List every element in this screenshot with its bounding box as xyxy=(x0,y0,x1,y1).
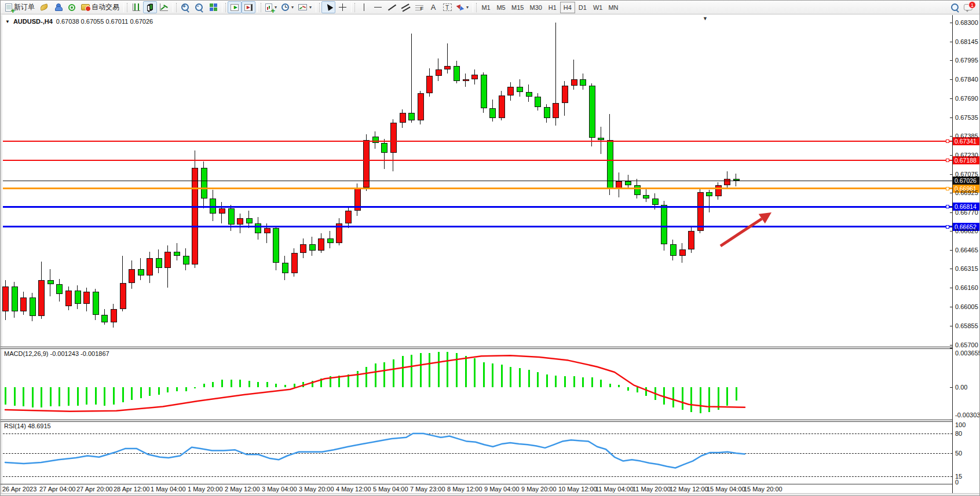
macd-panel-splitter[interactable] xyxy=(1,347,952,349)
line-handle[interactable] xyxy=(946,159,949,162)
rsi-panel-splitter[interactable] xyxy=(1,420,952,422)
macd-histogram-bar xyxy=(700,387,701,413)
auto-scroll-button[interactable] xyxy=(228,1,242,13)
crosshair-button[interactable] xyxy=(335,1,349,13)
macd-histogram-bar xyxy=(231,380,232,387)
chevron-down-icon[interactable]: ▼ xyxy=(5,19,10,24)
candle xyxy=(255,223,261,233)
chart-shift-marker[interactable]: ▼ xyxy=(703,16,708,21)
templates-button[interactable]: ▾ xyxy=(296,1,314,13)
price-axis[interactable] xyxy=(952,15,953,493)
price-tick-label: 0.67385 xyxy=(955,133,978,139)
macd-histogram-bar xyxy=(131,387,133,400)
axis-tick xyxy=(950,155,952,156)
candle xyxy=(544,107,550,118)
candle xyxy=(400,113,406,123)
candle xyxy=(607,140,613,189)
arrows-button[interactable]: ▾ xyxy=(454,1,471,13)
macd-histogram-bar xyxy=(420,353,422,387)
new-order-button[interactable]: 新订单 xyxy=(3,1,37,13)
timeframe-m1-button[interactable]: M1 xyxy=(478,2,493,13)
horizontal-line-object[interactable] xyxy=(3,141,952,142)
horizontal-line-object[interactable] xyxy=(3,188,952,189)
styler-button[interactable] xyxy=(37,1,51,13)
horizontal-line-object[interactable] xyxy=(3,226,952,227)
time-tick-label: 10 May 12:00 xyxy=(558,486,597,493)
horizontal-scroll-strip[interactable] xyxy=(1,493,980,496)
timeframe-mn-button[interactable]: MN xyxy=(605,2,621,13)
signals-button[interactable] xyxy=(65,1,79,13)
candle xyxy=(273,228,279,263)
candle xyxy=(562,86,568,103)
cursor-button[interactable] xyxy=(321,1,335,13)
price-tick-label: 0.67840 xyxy=(955,76,978,83)
channel-icon xyxy=(401,3,409,12)
fibonacci-button[interactable] xyxy=(412,1,426,13)
price-tick-label: 0.66925 xyxy=(955,189,978,196)
timeframe-m15-button[interactable]: M15 xyxy=(509,2,526,13)
line-handle[interactable] xyxy=(946,187,949,190)
autotrade-button-label: 自动交易 xyxy=(92,2,119,12)
chevron-down-icon: ▾ xyxy=(309,5,312,10)
channel-button[interactable] xyxy=(398,1,412,13)
macd-histogram-bar xyxy=(266,382,268,387)
horizontal-line-icon xyxy=(374,7,382,8)
bar-chart-button[interactable] xyxy=(129,1,143,13)
macd-histogram-bar xyxy=(257,382,259,387)
zoom-out-button[interactable]: - xyxy=(192,1,206,13)
horizontal-line-object[interactable] xyxy=(3,206,952,208)
timeframe-h1-button[interactable]: H1 xyxy=(545,2,560,13)
chart-shift-button[interactable] xyxy=(242,1,255,13)
line-handle[interactable] xyxy=(946,225,949,229)
candle xyxy=(535,97,541,106)
candle xyxy=(679,249,686,256)
current-price-line xyxy=(3,181,952,181)
candle xyxy=(471,75,478,80)
timeframe-m5-button[interactable]: M5 xyxy=(493,2,509,13)
tile-windows-button[interactable] xyxy=(206,1,220,13)
candle xyxy=(454,66,460,81)
new-order-button-label: 新订单 xyxy=(14,2,35,12)
line-chart-button[interactable] xyxy=(157,1,171,13)
axis-tick xyxy=(950,23,952,23)
candle xyxy=(489,108,496,118)
candle xyxy=(580,79,586,86)
notifications-icon[interactable]: 1 xyxy=(964,4,972,10)
axis-tick xyxy=(950,98,952,99)
indicators-button[interactable]: ▾ xyxy=(263,1,279,13)
macd-histogram-bar xyxy=(690,387,692,412)
axis-tick xyxy=(950,193,952,193)
macd-histogram-bar xyxy=(77,387,79,406)
price-tick-label: 0.66160 xyxy=(955,284,978,291)
rsi-tick-label: 100 xyxy=(955,421,966,428)
candle xyxy=(219,208,225,214)
main-toolbar: 新订单自动交易+-▾▾▾▾M1M5M15M30H1H4D1W1MN1 xyxy=(1,1,980,14)
timeframe-d1-button[interactable]: D1 xyxy=(575,2,590,13)
timeframe-m30-button[interactable]: M30 xyxy=(526,2,544,13)
search-icon[interactable] xyxy=(951,3,959,12)
timeframe-w1-button[interactable]: W1 xyxy=(590,2,606,13)
vertical-line-button[interactable] xyxy=(357,1,371,13)
line-handle[interactable] xyxy=(946,205,949,208)
text-label-icon xyxy=(443,3,452,11)
publisher-button[interactable] xyxy=(51,1,65,13)
autotrade-button[interactable]: 自动交易 xyxy=(79,1,122,13)
time-tick-label: 5 May 04:00 xyxy=(373,486,408,493)
macd-histogram-bar xyxy=(23,387,24,406)
timeframe-h4-button[interactable]: H4 xyxy=(560,2,575,13)
macd-histogram-bar xyxy=(176,387,178,391)
line-handle[interactable] xyxy=(946,139,949,143)
text-label-button[interactable] xyxy=(440,1,454,13)
horizontal-line-object[interactable] xyxy=(3,160,952,161)
periods-button[interactable]: ▾ xyxy=(279,1,296,13)
candle xyxy=(300,244,306,253)
candle xyxy=(201,168,207,199)
candle-chart-button[interactable] xyxy=(143,1,157,13)
text-button[interactable] xyxy=(426,1,440,13)
crosshair-icon xyxy=(339,3,346,11)
trendline-button[interactable] xyxy=(385,1,398,13)
macd-histogram-bar xyxy=(672,387,674,407)
candle xyxy=(47,280,54,284)
zoom-in-button[interactable]: + xyxy=(178,1,192,13)
horizontal-line-button[interactable] xyxy=(371,1,385,13)
